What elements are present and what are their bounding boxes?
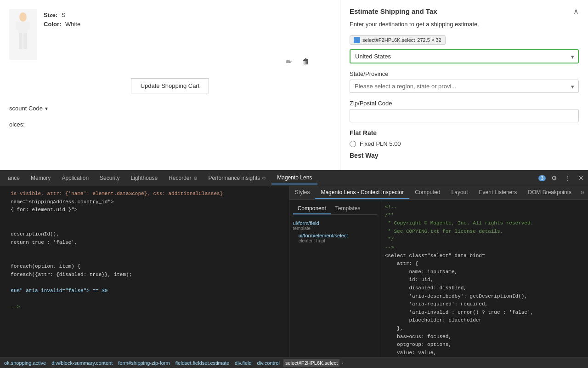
code-view-panel: <!-- /** * Copyright © Magento, Inc. All… xyxy=(381,200,588,357)
badge-element-size: 272.5 × 32 xyxy=(417,37,441,43)
product-size: Size: S xyxy=(44,12,80,18)
flat-rate-option: Fixed PLN 5.00 xyxy=(350,140,579,147)
flat-rate-radio[interactable] xyxy=(350,141,356,147)
tree-item-form-element-select[interactable]: ui/form/element/select elementTmpl xyxy=(293,232,377,244)
code-line: return true : 'false', xyxy=(2,239,287,247)
inspector-tab-computed[interactable]: Computed xyxy=(409,186,446,199)
zip-input[interactable] xyxy=(350,109,579,122)
svg-rect-4 xyxy=(19,33,23,49)
ioices-label: oices: xyxy=(9,121,25,128)
inspector-tabs: Styles Magento Lens - Context Inspector … xyxy=(289,186,588,200)
flat-rate-option-text: Fixed PLN 5.00 xyxy=(360,140,401,147)
tree-item-form-field[interactable]: ui/form/field template xyxy=(293,219,377,232)
shipping-header: Estimate Shipping and Tax ∧ xyxy=(350,7,579,16)
component-panel: Component Templates ui/form/field templa… xyxy=(289,200,381,357)
code-line xyxy=(2,279,287,288)
shipping-title: Estimate Shipping and Tax xyxy=(350,7,437,15)
devtools-code-panel: is visible, attr: {'name': element.dataS… xyxy=(0,186,289,357)
code-line: name="shippingAddress.country_id"> xyxy=(2,198,287,207)
inspector-tab-event-listeners[interactable]: Event Listeners xyxy=(474,186,523,199)
element-badge: select#F2HPL6K.select 272.5 × 32 xyxy=(350,35,446,45)
devtools-tabs-bar: ance Memory Application Security Lightho… xyxy=(0,170,588,186)
code-line: is visible, attr: {'name': element.dataS… xyxy=(2,190,287,198)
state-select[interactable]: Please select a region, state or provi..… xyxy=(350,80,579,93)
lighthouse-label: Lighthouse xyxy=(130,175,158,181)
devtools-main: is visible, attr: {'name': element.dataS… xyxy=(0,186,588,357)
breadcrumb-shopping[interactable]: ok.shopping.active xyxy=(2,359,48,367)
devtools-more-icon[interactable]: ⋮ xyxy=(563,172,573,184)
state-label: State/Province xyxy=(350,70,579,77)
best-way-label: Best Way xyxy=(350,152,579,159)
component-tab-component[interactable]: Component xyxy=(293,203,331,214)
tab-magento-lens[interactable]: Magento Lens xyxy=(271,172,317,184)
svg-rect-3 xyxy=(26,22,30,30)
breadcrumb-forward-arrow[interactable]: › xyxy=(339,359,345,367)
code-line xyxy=(2,222,287,230)
collapse-icon[interactable]: ∧ xyxy=(573,7,579,16)
edit-icon[interactable]: ✏ xyxy=(282,55,295,68)
code-line xyxy=(2,214,287,223)
code-line xyxy=(2,247,287,255)
product-color: Color: White xyxy=(44,21,80,28)
code-content: is visible, attr: {'name': element.dataS… xyxy=(0,186,289,357)
code-line: foreach({attr: {disabled: true}}, item); xyxy=(2,271,287,279)
code-line: K6K" aria-invalid="false"> == $0 xyxy=(2,287,287,295)
cart-actions: ✏ 🗑 xyxy=(282,55,312,68)
tab-memory[interactable]: Memory xyxy=(25,172,56,184)
devtools-right-icons: 3 ⚙ ⋮ ✕ xyxy=(538,172,586,184)
inspector-tab-magento[interactable]: Magento Lens - Context Inspector xyxy=(315,186,409,199)
inspector-tab-layout[interactable]: Layout xyxy=(446,186,474,199)
flat-rate-label: Flat Rate xyxy=(350,129,579,137)
breadcrumb-select[interactable]: select#F2HPL6K.select xyxy=(283,359,339,367)
inspector-content: Component Templates ui/form/field templa… xyxy=(289,200,588,357)
country-select[interactable]: United States xyxy=(350,49,579,63)
devtools-panel: ance Memory Application Security Lightho… xyxy=(0,170,588,368)
component-tab-templates[interactable]: Templates xyxy=(331,203,365,214)
tab-performance-insights[interactable]: Performance insights ⚙ xyxy=(203,172,272,184)
shipping-panel: Estimate Shipping and Tax ∧ Enter your d… xyxy=(340,0,588,170)
breadcrumb-block-summary[interactable]: div#block-summary.content xyxy=(50,359,114,367)
breadcrumb-fieldset[interactable]: fieldset.fieldset.estimate xyxy=(174,359,231,367)
state-select-wrapper: Please select a region, state or provi..… xyxy=(350,80,579,93)
devtools-breadcrumb: ok.shopping.active div#block-summary.con… xyxy=(0,357,588,368)
code-line xyxy=(2,255,287,263)
svg-rect-2 xyxy=(16,22,20,30)
inspector-tab-more[interactable]: ›› xyxy=(577,186,588,199)
flat-rate-section: Flat Rate Fixed PLN 5.00 xyxy=(350,129,579,147)
product-image xyxy=(9,9,37,60)
discount-code-label: scount Code xyxy=(9,105,43,112)
breadcrumb-div-control[interactable]: div.control xyxy=(255,359,282,367)
devtools-badge: 3 xyxy=(538,175,546,181)
badge-icon xyxy=(354,37,360,43)
code-line: --> xyxy=(2,303,287,311)
devtools-inspector-panel: Styles Magento Lens - Context Inspector … xyxy=(289,186,588,357)
zip-label: Zip/Postal Code xyxy=(350,100,579,107)
delete-icon[interactable]: 🗑 xyxy=(300,55,312,68)
update-cart-button[interactable]: Update Shopping Cart xyxy=(131,78,209,93)
tab-lighthouse[interactable]: Lighthouse xyxy=(125,172,163,184)
breadcrumb-div-field[interactable]: div.field xyxy=(233,359,253,367)
perf-insights-label: Performance insights xyxy=(209,175,260,181)
product-details: Size: S Color: White xyxy=(44,9,80,30)
discount-code-arrow[interactable]: ▾ xyxy=(45,105,48,112)
tab-recorder[interactable]: Recorder ⚙ xyxy=(163,172,203,184)
svg-point-0 xyxy=(19,12,27,22)
tab-performance[interactable]: ance xyxy=(2,172,25,184)
svg-rect-5 xyxy=(23,33,27,49)
devtools-settings-icon[interactable]: ⚙ xyxy=(549,172,559,184)
inspector-tab-dom-breakpoints[interactable]: DOM Breakpoints xyxy=(522,186,577,199)
tab-application[interactable]: Application xyxy=(56,172,94,184)
code-line xyxy=(2,295,287,304)
breadcrumb-shipping-form[interactable]: form#shipping-zip-form xyxy=(116,359,171,367)
devtools-close-icon[interactable]: ✕ xyxy=(577,172,586,184)
cart-left-panel: Size: S Color: White ✏ 🗑 Update Shopping… xyxy=(0,0,340,170)
inspector-tab-styles[interactable]: Styles xyxy=(289,186,316,199)
code-line: descriptionId(), xyxy=(2,230,287,239)
component-panel-tabs: Component Templates xyxy=(293,203,377,215)
tab-security[interactable]: Security xyxy=(94,172,125,184)
code-line: { for: element.uid }"> xyxy=(2,206,287,214)
code-line: foreach(option, item) { xyxy=(2,263,287,271)
badge-element-name: select#F2HPL6K.select xyxy=(362,37,415,43)
shipping-description: Enter your destination to get a shipping… xyxy=(350,20,579,29)
country-select-wrapper: United States ▾ xyxy=(350,49,579,63)
